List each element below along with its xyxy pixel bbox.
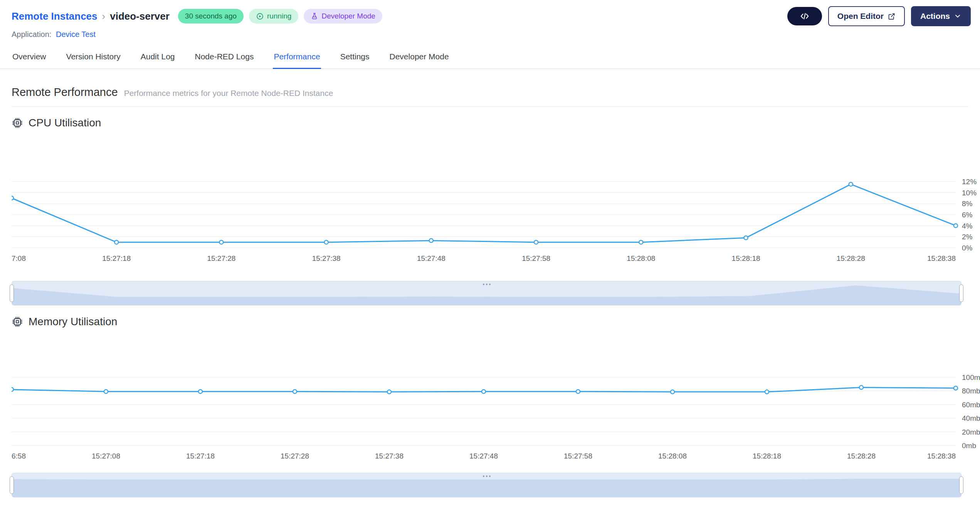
svg-text:80mb: 80mb xyxy=(962,387,980,395)
tab-overview[interactable]: Overview xyxy=(12,46,47,69)
navigator-grip-icon[interactable] xyxy=(482,475,491,478)
cpu-section-header: CPU Utilisation xyxy=(12,117,968,129)
last-seen-label: 30 seconds ago xyxy=(185,12,237,20)
tab-version-history[interactable]: Version History xyxy=(66,46,121,69)
flask-icon xyxy=(311,12,318,20)
instance-header: Remote Instances › video-server 30 secon… xyxy=(0,0,980,26)
memory-navigator-left-handle[interactable] xyxy=(10,476,14,494)
page-title-row: Remote Performance Performance metrics f… xyxy=(12,86,968,107)
chevron-down-icon xyxy=(954,12,962,20)
svg-text:8%: 8% xyxy=(962,200,973,208)
running-status-label: running xyxy=(267,12,291,20)
application-label: Application: xyxy=(12,30,51,39)
header-actions: Open Editor Actions xyxy=(787,6,971,26)
developer-mode-badge: Developer Mode xyxy=(304,9,382,24)
memory-chart-canvas[interactable]: 0mb20mb40mb60mb80mb100mb6:5815:27:0815:2… xyxy=(12,330,980,462)
tab-node-red-logs[interactable]: Node-RED Logs xyxy=(194,46,255,69)
svg-text:40mb: 40mb xyxy=(962,414,980,422)
tab-developer-mode[interactable]: Developer Mode xyxy=(389,46,450,69)
memory-chip-icon xyxy=(12,316,23,328)
svg-text:15:28:18: 15:28:18 xyxy=(732,254,760,262)
svg-text:15:27:18: 15:27:18 xyxy=(186,452,215,460)
svg-text:15:28:38: 15:28:38 xyxy=(927,452,956,460)
memory-section-header: Memory Utilisation xyxy=(12,316,968,328)
svg-text:15:28:08: 15:28:08 xyxy=(658,452,687,460)
svg-text:20mb: 20mb xyxy=(962,428,980,436)
svg-text:15:27:48: 15:27:48 xyxy=(417,254,445,262)
editor-code-toggle[interactable] xyxy=(787,7,822,25)
running-status-badge: running xyxy=(249,9,298,24)
tab-bar: OverviewVersion HistoryAudit LogNode-RED… xyxy=(0,46,980,69)
play-circle-icon xyxy=(256,12,264,20)
open-editor-label: Open Editor xyxy=(837,12,884,21)
svg-text:15:27:18: 15:27:18 xyxy=(102,254,131,262)
application-row: Application: Device Test xyxy=(12,30,980,39)
breadcrumb-instance-name: video-server xyxy=(110,10,170,22)
svg-text:15:28:28: 15:28:28 xyxy=(847,452,876,460)
svg-text:15:28:28: 15:28:28 xyxy=(837,254,865,262)
cpu-section: CPU Utilisation 0%2%4%6%8%10%12%7:0815:2… xyxy=(0,117,980,306)
external-link-icon xyxy=(888,12,896,20)
memory-section: Memory Utilisation 0mb20mb40mb60mb80mb10… xyxy=(0,316,980,497)
svg-text:15:27:58: 15:27:58 xyxy=(564,452,592,460)
cpu-section-title: CPU Utilisation xyxy=(29,117,101,129)
actions-button[interactable]: Actions xyxy=(911,6,971,26)
cpu-navigator-left-handle[interactable] xyxy=(10,284,14,302)
svg-text:6:58: 6:58 xyxy=(12,452,26,460)
code-icon xyxy=(800,11,810,21)
svg-text:0%: 0% xyxy=(962,244,973,252)
navigator-grip-icon[interactable] xyxy=(482,283,491,286)
svg-text:0mb: 0mb xyxy=(962,442,976,450)
last-seen-badge: 30 seconds ago xyxy=(178,9,244,24)
tab-settings[interactable]: Settings xyxy=(340,46,370,69)
memory-chart-zoom-navigator[interactable] xyxy=(12,473,962,497)
tab-audit-log[interactable]: Audit Log xyxy=(140,46,176,69)
svg-text:15:28:08: 15:28:08 xyxy=(627,254,655,262)
svg-text:2%: 2% xyxy=(962,233,973,241)
breadcrumb-separator: › xyxy=(102,10,106,22)
svg-text:15:28:38: 15:28:38 xyxy=(927,254,956,262)
svg-text:10%: 10% xyxy=(962,189,977,197)
svg-text:12%: 12% xyxy=(962,178,977,186)
status-badges: 30 seconds ago running Developer Mode xyxy=(178,9,382,24)
open-editor-button[interactable]: Open Editor xyxy=(828,6,905,26)
page-title: Remote Performance xyxy=(12,86,118,99)
svg-text:4%: 4% xyxy=(962,222,973,230)
memory-navigator-right-handle[interactable] xyxy=(959,476,963,494)
svg-text:15:27:28: 15:27:28 xyxy=(281,452,309,460)
tab-performance[interactable]: Performance xyxy=(273,46,321,69)
cpu-chart-canvas[interactable]: 0%2%4%6%8%10%12%7:0815:27:1815:27:2815:2… xyxy=(12,131,980,265)
cpu-chip-icon xyxy=(12,117,23,129)
cpu-chart-zoom-navigator[interactable] xyxy=(12,281,962,306)
svg-text:6%: 6% xyxy=(962,211,973,219)
svg-text:15:27:38: 15:27:38 xyxy=(312,254,341,262)
svg-text:15:27:48: 15:27:48 xyxy=(469,452,498,460)
svg-text:7:08: 7:08 xyxy=(12,254,26,262)
svg-text:15:27:38: 15:27:38 xyxy=(375,452,403,460)
svg-text:15:28:18: 15:28:18 xyxy=(753,452,781,460)
svg-text:15:27:08: 15:27:08 xyxy=(92,452,120,460)
svg-text:15:27:28: 15:27:28 xyxy=(207,254,235,262)
breadcrumb-remote-instances-link[interactable]: Remote Instances xyxy=(12,10,97,22)
memory-section-title: Memory Utilisation xyxy=(29,316,117,328)
svg-text:15:27:58: 15:27:58 xyxy=(522,254,550,262)
developer-mode-label: Developer Mode xyxy=(321,12,375,20)
actions-label: Actions xyxy=(920,12,950,21)
breadcrumb: Remote Instances › video-server xyxy=(12,10,170,22)
svg-text:100mb: 100mb xyxy=(962,373,980,381)
cpu-navigator-right-handle[interactable] xyxy=(959,284,963,302)
performance-page: Remote Performance Performance metrics f… xyxy=(0,69,980,497)
page-subtitle: Performance metrics for your Remote Node… xyxy=(124,89,333,98)
svg-text:60mb: 60mb xyxy=(962,401,980,409)
application-link[interactable]: Device Test xyxy=(56,30,96,39)
